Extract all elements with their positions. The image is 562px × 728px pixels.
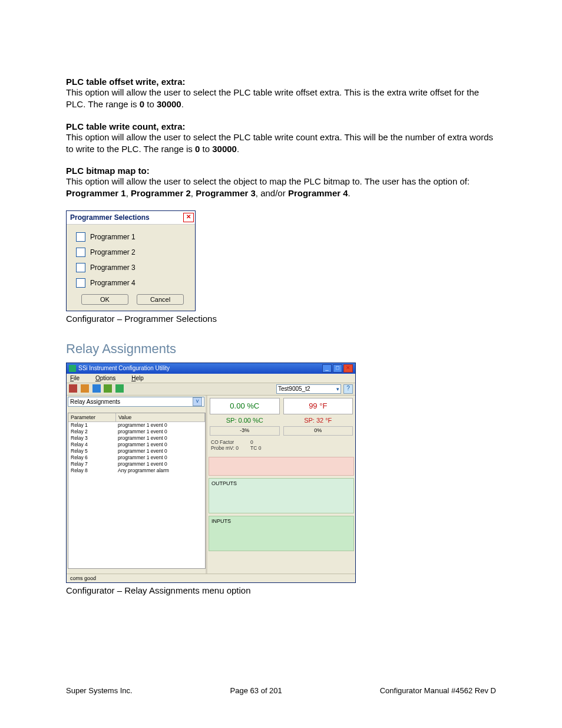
toolbar-icon[interactable]: [92, 384, 101, 393]
toolbar-icon[interactable]: [104, 384, 112, 393]
cell-value: programmer 1 event 0: [115, 422, 205, 429]
checkbox-row-prog1[interactable]: Programmer 1: [76, 229, 189, 245]
table-header: Parameter Value: [68, 413, 205, 422]
prog2: Programmer 2: [131, 188, 191, 198]
document-page: PLC table offset write, extra: This opti…: [0, 0, 562, 728]
toolbar-icon[interactable]: [69, 384, 77, 393]
window-body: Relay Assignments v Parameter Value Rela…: [67, 396, 355, 574]
app-icon: [69, 365, 76, 372]
cell-value: programmer 1 event 0: [115, 461, 205, 467]
toolbar: Test9005_t2 ▾ ?: [67, 383, 355, 396]
config-combo[interactable]: Test9005_t2 ▾: [276, 384, 341, 394]
pv-loop2: 99 °F: [283, 398, 353, 414]
prog4: Programmer 4: [288, 188, 348, 198]
table-row[interactable]: Relay 2programmer 1 event 0: [68, 429, 205, 435]
right-panel: 0.00 %C 99 °F SP: 0.00 %C SP: 32 °F -3% …: [207, 396, 355, 574]
close-icon[interactable]: ✕: [183, 213, 194, 222]
inputs-panel: INPUTS: [209, 516, 354, 551]
programmer-selections-dialog: Programmer Selections ✕ Programmer 1 Pro…: [66, 210, 196, 311]
checkbox-icon[interactable]: [76, 232, 85, 242]
prog1: Programmer 1: [66, 188, 126, 198]
text: to: [144, 99, 157, 109]
sp-loop1: SP: 0.00 %C: [210, 416, 280, 425]
checkbox-label: Programmer 1: [90, 233, 135, 241]
range-high: 30000: [212, 144, 237, 154]
status-bar: coms good: [67, 574, 355, 582]
table-row[interactable]: Relay 4programmer 1 event 0: [68, 442, 205, 448]
footer-right: Configurator Manual #4562 Rev D: [380, 686, 496, 695]
heading-plc-writecount: PLC table write count, extra:: [66, 121, 496, 131]
minimize-icon[interactable]: _: [322, 364, 332, 373]
info-row: CO Factor Probe mV: 0 0 TC 0: [207, 438, 355, 452]
toolbar-icon[interactable]: [115, 384, 124, 393]
ssi-window: SSi Instrument Configuration Utility _ □…: [66, 363, 356, 583]
checkbox-row-prog2[interactable]: Programmer 2: [76, 245, 189, 260]
menu-help[interactable]: Help: [131, 375, 151, 381]
text-plc-bitmap: This option will allow the user to selec…: [66, 176, 496, 200]
cell-value: programmer 1 event 0: [115, 442, 205, 448]
toolbar-icons: [69, 384, 125, 394]
cell-value: programmer 1 event 0: [115, 429, 205, 435]
dialog-titlebar: Programmer Selections ✕: [67, 211, 195, 225]
page-footer: Super Systems Inc. Page 63 of 201 Config…: [66, 686, 496, 695]
range-high: 30000: [157, 99, 181, 109]
range-low: 0: [140, 99, 144, 109]
text: .: [348, 188, 351, 198]
cell-value: programmer 1 event 0: [115, 435, 205, 442]
dialog-title: Programmer Selections: [70, 213, 150, 222]
table-row[interactable]: Relay 3programmer 1 event 0: [68, 435, 205, 442]
checkbox-icon[interactable]: [76, 278, 85, 288]
text: This option will allow the user to selec…: [66, 87, 479, 109]
cell-value: programmer 1 event 0: [115, 448, 205, 454]
pv-loop1: 0.00 %C: [210, 398, 280, 414]
cell-parameter: Relay 6: [68, 454, 115, 461]
toolbar-icon[interactable]: [81, 384, 89, 393]
footer-left: Super Systems Inc.: [66, 686, 133, 695]
menu-file[interactable]: File: [70, 375, 87, 381]
relay-table: Parameter Value Relay 1programmer 1 even…: [68, 413, 206, 569]
cell-parameter: Relay 2: [68, 429, 115, 435]
table-row[interactable]: Relay 8Any programmer alarm: [68, 467, 205, 474]
close-icon[interactable]: ✕: [343, 364, 353, 373]
footer-center: Page 63 of 201: [230, 686, 282, 695]
cell-parameter: Relay 8: [68, 467, 115, 474]
table-body: Relay 1programmer 1 event 0Relay 2progra…: [68, 422, 205, 568]
cancel-button[interactable]: Cancel: [137, 294, 184, 305]
table-row[interactable]: Relay 6programmer 1 event 0: [68, 454, 205, 461]
dropdown-icon[interactable]: v: [193, 397, 202, 406]
info-right: 0 TC 0: [250, 439, 261, 451]
combo-value: Test9005_t2: [278, 386, 310, 392]
checkbox-icon[interactable]: [76, 248, 85, 257]
left-panel: Relay Assignments v Parameter Value Rela…: [67, 396, 207, 574]
checkbox-row-prog3[interactable]: Programmer 3: [76, 260, 189, 275]
cell-parameter: Relay 7: [68, 461, 115, 467]
maximize-icon[interactable]: □: [333, 364, 342, 373]
menu-options[interactable]: Options: [95, 375, 123, 381]
cell-value: Any programmer alarm: [115, 467, 205, 474]
table-row[interactable]: Relay 5programmer 1 event 0: [68, 448, 205, 454]
table-row[interactable]: Relay 1programmer 1 event 0: [68, 422, 205, 429]
text: This option will allow the user to selec…: [66, 132, 493, 154]
cell-value: programmer 1 event 0: [115, 454, 205, 461]
section-title-relay: Relay Assignments: [66, 341, 496, 357]
checkbox-label: Programmer 4: [90, 279, 135, 287]
col-parameter: Parameter: [68, 413, 116, 421]
cell-parameter: Relay 4: [68, 442, 115, 448]
prog3: Programmer 3: [196, 188, 256, 198]
checkbox-row-prog4[interactable]: Programmer 4: [76, 275, 189, 291]
output-pct-loop1: -3%: [210, 426, 280, 436]
table-row[interactable]: Relay 7programmer 1 event 0: [68, 461, 205, 467]
cell-parameter: Relay 1: [68, 422, 115, 429]
ok-button[interactable]: OK: [81, 294, 128, 305]
dropdown-icon[interactable]: ▾: [336, 386, 339, 392]
checkbox-label: Programmer 2: [90, 248, 135, 256]
alarm-strip: [209, 457, 354, 476]
text-plc-writecount: This option will allow the user to selec…: [66, 131, 496, 156]
info-left: CO Factor Probe mV: 0: [211, 439, 239, 451]
checkbox-icon[interactable]: [76, 263, 85, 272]
cell-parameter: Relay 5: [68, 448, 115, 454]
section-combo[interactable]: Relay Assignments v: [68, 397, 204, 407]
cell-parameter: Relay 3: [68, 435, 115, 442]
text-plc-offset: This option will allow the user to selec…: [66, 87, 496, 111]
help-icon[interactable]: ?: [343, 384, 353, 394]
